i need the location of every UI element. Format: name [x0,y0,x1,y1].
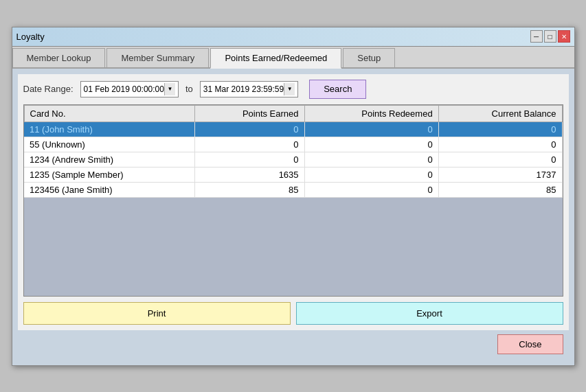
export-button[interactable]: Export [296,302,563,325]
table-row-empty [24,238,562,252]
cell-points-earned: 85 [194,182,304,197]
table-row[interactable]: 1234 (Andrew Smith)000 [24,152,562,167]
content-area: Date Range: 01 Feb 2019 00:00:00 ▼ to 31… [18,74,569,330]
col-points-redeemed: Points Redeemed [304,105,438,122]
cell-card-no: 123456 (Jane Smith) [24,182,194,197]
window-close-button[interactable]: ✕ [558,30,570,43]
date-range-row: Date Range: 01 Feb 2019 00:00:00 ▼ to 31… [23,80,563,99]
cell-card-no: 11 (John Smith) [24,122,194,137]
main-window: Loyalty ─ □ ✕ Member Lookup Member Summa… [12,27,575,366]
table-row[interactable]: 11 (John Smith)000 [24,122,562,137]
cell-points-earned: 0 [194,137,304,152]
to-date-input[interactable]: 31 Mar 2019 23:59:59 ▼ [200,81,298,97]
cell-card-no: 1234 (Andrew Smith) [24,152,194,167]
tab-member-summary[interactable]: Member Summary [106,48,209,67]
tab-bar: Member Lookup Member Summary Points Earn… [12,47,574,69]
tab-member-lookup[interactable]: Member Lookup [12,48,106,67]
cell-current-balance: 0 [438,137,562,152]
col-current-balance: Current Balance [438,105,562,122]
table-row-empty [24,224,562,238]
cell-points-redeemed: 0 [304,137,438,152]
cell-current-balance: 85 [438,182,562,197]
window-title: Loyalty [16,32,45,42]
cell-card-no: 55 (Unknown) [24,137,194,152]
date-range-label: Date Range: [23,84,74,94]
to-label: to [185,84,193,94]
print-button[interactable]: Print [23,302,291,325]
col-points-earned: Points Earned [194,105,304,122]
cell-points-redeemed: 0 [304,152,438,167]
to-date-value: 31 Mar 2019 23:59:59 [203,84,284,94]
title-bar-buttons: ─ □ ✕ [530,30,570,43]
window-body: Date Range: 01 Feb 2019 00:00:00 ▼ to 31… [12,69,574,365]
cell-points-earned: 0 [194,122,304,137]
close-row: Close [18,330,569,360]
title-bar: Loyalty ─ □ ✕ [12,27,574,47]
cell-points-redeemed: 0 [304,182,438,197]
to-date-dropdown-button[interactable]: ▼ [284,83,295,95]
maximize-button[interactable]: □ [544,30,556,43]
bottom-buttons: Print Export [23,302,563,325]
table-row[interactable]: 1235 (Sample Member)163501737 [24,167,562,182]
table-row-empty [24,211,562,224]
from-date-dropdown-button[interactable]: ▼ [164,83,175,95]
search-button[interactable]: Search [309,80,366,99]
cell-current-balance: 0 [438,122,562,137]
data-table-container: Card No. Points Earned Points Redeemed C… [23,104,563,297]
cell-points-redeemed: 0 [304,167,438,182]
from-date-value: 01 Feb 2019 00:00:00 [84,84,164,94]
minimize-button[interactable]: ─ [530,30,543,43]
table-row[interactable]: 123456 (Jane Smith)85085 [24,182,562,197]
table-row[interactable]: 55 (Unknown)000 [24,137,562,152]
from-date-input[interactable]: 01 Feb 2019 00:00:00 ▼ [80,81,179,97]
cell-current-balance: 0 [438,152,562,167]
table-row-empty [24,252,562,266]
cell-card-no: 1235 (Sample Member) [24,167,194,182]
cell-points-earned: 1635 [194,167,304,182]
cell-current-balance: 1737 [438,167,562,182]
tab-setup[interactable]: Setup [343,48,395,67]
table-row-empty [24,197,562,211]
tab-points-earned-redeemed[interactable]: Points Earned/Redeemed [210,48,341,69]
cell-points-redeemed: 0 [304,122,438,137]
col-card-no: Card No. [24,105,194,122]
data-table: Card No. Points Earned Points Redeemed C… [24,105,563,266]
close-button[interactable]: Close [497,334,563,354]
cell-points-earned: 0 [194,152,304,167]
